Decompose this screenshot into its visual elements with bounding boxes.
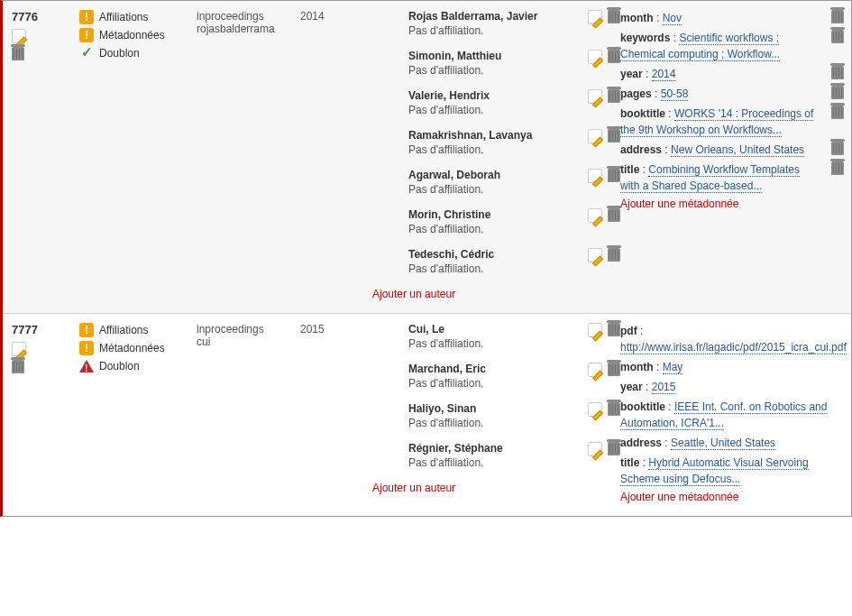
- metadata-key: booktitle: [620, 400, 665, 413]
- author-name: Rojas Balderrama, Javier: [408, 10, 579, 23]
- author-name: Cui, Le: [408, 323, 579, 336]
- metadata-value[interactable]: 2015: [652, 381, 676, 394]
- metadata-item: booktitle : IEEE Int. Conf. on Robotics …: [620, 399, 852, 431]
- flag-affiliations[interactable]: Affiliations: [79, 10, 197, 24]
- metadata-item: month : May: [620, 359, 852, 375]
- metadata-value[interactable]: Nov: [663, 12, 682, 25]
- metadata-item: month : Nov: [620, 10, 844, 26]
- entry-type: inproceedings: [197, 10, 300, 23]
- author-item: Agarwal, DeborahPas d'affiliation.: [408, 169, 620, 196]
- author-item: Rojas Balderrama, JavierPas d'affiliatio…: [408, 10, 620, 37]
- author-affiliation: Pas d'affiliation.: [408, 456, 579, 469]
- delete-metadata-icon[interactable]: [831, 106, 844, 119]
- year-value: 2015: [300, 323, 408, 336]
- author-name: Agarwal, Deborah: [408, 169, 579, 181]
- edit-record-icon[interactable]: [12, 342, 26, 356]
- warn-icon: [79, 10, 94, 24]
- metadata-value[interactable]: Hybrid Automatic Visual Servoing Scheme …: [620, 456, 809, 486]
- edit-author-icon[interactable]: [588, 208, 602, 223]
- flag-metadata[interactable]: Métadonnées: [79, 341, 197, 355]
- delete-metadata-icon[interactable]: [831, 66, 844, 79]
- author-name: Marchand, Eric: [408, 363, 579, 375]
- danger-icon: [79, 360, 94, 372]
- flag-label: Doublon: [99, 46, 140, 60]
- metadata-value[interactable]: http://www.irisa.fr/lagadic/pdf/2015_icr…: [620, 341, 847, 354]
- delete-author-icon[interactable]: [608, 442, 620, 455]
- record-id: 7776: [12, 10, 79, 23]
- author-name: Haliyo, Sinan: [408, 402, 579, 415]
- edit-author-icon[interactable]: [588, 169, 602, 183]
- metadata-value[interactable]: Combining Workflow Templates with a Shar…: [620, 163, 800, 193]
- delete-metadata-icon[interactable]: [831, 10, 844, 23]
- metadata-key: month: [620, 361, 654, 373]
- edit-author-icon[interactable]: [588, 248, 602, 262]
- entry-key: cui: [197, 336, 300, 348]
- delete-author-icon[interactable]: [608, 129, 620, 143]
- metadata-key: keywords: [620, 32, 670, 44]
- flag-doublon[interactable]: Doublon: [79, 359, 197, 373]
- flag-label: Métadonnées: [99, 28, 165, 42]
- author-affiliation: Pas d'affiliation.: [408, 104, 579, 116]
- year-value: 2014: [300, 10, 408, 23]
- author-affiliation: Pas d'affiliation.: [408, 337, 579, 350]
- author-item: Simonin, MatthieuPas d'affiliation.: [408, 50, 620, 77]
- metadata-item: address : Seattle, United States: [620, 435, 852, 451]
- delete-author-icon[interactable]: [608, 402, 620, 416]
- add-metadata-link[interactable]: Ajouter une métadonnée: [620, 491, 852, 503]
- author-name: Régnier, Stéphane: [408, 442, 579, 455]
- edit-author-icon[interactable]: [588, 129, 602, 143]
- metadata-item: pages : 50-58: [620, 86, 844, 102]
- delete-author-icon[interactable]: [608, 10, 620, 23]
- flag-affiliations[interactable]: Affiliations: [79, 323, 197, 337]
- author-item: Haliyo, SinanPas d'affiliation.: [408, 402, 620, 429]
- delete-metadata-icon[interactable]: [831, 86, 844, 99]
- delete-metadata-icon[interactable]: [831, 30, 844, 43]
- delete-author-icon[interactable]: [608, 363, 620, 376]
- edit-author-icon[interactable]: [588, 442, 602, 456]
- author-name: Simonin, Matthieu: [408, 50, 579, 62]
- add-metadata-link[interactable]: Ajouter une métadonnée: [620, 198, 844, 210]
- metadata-item: year : 2015: [620, 379, 852, 395]
- edit-author-icon[interactable]: [588, 402, 602, 417]
- delete-record-icon[interactable]: [12, 47, 24, 60]
- metadata-value[interactable]: 2014: [652, 68, 676, 81]
- metadata-value[interactable]: 50-58: [661, 87, 689, 101]
- metadata-key: pages: [620, 87, 652, 100]
- delete-author-icon[interactable]: [608, 169, 620, 182]
- edit-author-icon[interactable]: [588, 323, 602, 337]
- author-affiliation: Pas d'affiliation.: [408, 223, 579, 235]
- delete-author-icon[interactable]: [608, 248, 620, 262]
- flag-label: Doublon: [99, 359, 140, 373]
- metadata-key: address: [620, 143, 662, 156]
- author-affiliation: Pas d'affiliation.: [408, 377, 579, 390]
- delete-author-icon[interactable]: [608, 89, 620, 103]
- metadata-key: year: [620, 68, 643, 80]
- author-item: Tedeschi, CédricPas d'affiliation.: [408, 248, 620, 275]
- flag-metadata[interactable]: Métadonnées: [79, 28, 197, 42]
- edit-author-icon[interactable]: [588, 50, 602, 64]
- delete-author-icon[interactable]: [608, 50, 620, 63]
- delete-metadata-icon[interactable]: [831, 161, 844, 175]
- flag-doublon[interactable]: Doublon: [79, 46, 197, 60]
- metadata-value[interactable]: New Orleans, United States: [671, 143, 804, 157]
- ok-icon: [79, 46, 94, 60]
- metadata-value[interactable]: Seattle, United States: [671, 437, 775, 450]
- author-name: Tedeschi, Cédric: [408, 248, 579, 261]
- edit-record-icon[interactable]: [12, 29, 26, 43]
- delete-author-icon[interactable]: [608, 323, 620, 336]
- edit-author-icon[interactable]: [588, 363, 602, 377]
- flag-label: Affiliations: [99, 10, 148, 24]
- add-author-link[interactable]: Ajouter un auteur: [372, 482, 620, 494]
- metadata-value[interactable]: May: [663, 361, 683, 374]
- add-author-link[interactable]: Ajouter un auteur: [372, 288, 620, 300]
- delete-metadata-icon[interactable]: [831, 142, 844, 155]
- edit-author-icon[interactable]: [588, 10, 602, 24]
- delete-author-icon[interactable]: [608, 208, 620, 222]
- author-affiliation: Pas d'affiliation.: [408, 417, 579, 429]
- metadata-key: booktitle: [620, 107, 665, 120]
- author-affiliation: Pas d'affiliation.: [408, 262, 579, 275]
- author-item: Régnier, StéphanePas d'affiliation.: [408, 442, 620, 469]
- record-row: 7776AffiliationsMétadonnéesDoubloninproc…: [3, 1, 851, 313]
- delete-record-icon[interactable]: [12, 360, 24, 373]
- edit-author-icon[interactable]: [588, 89, 602, 104]
